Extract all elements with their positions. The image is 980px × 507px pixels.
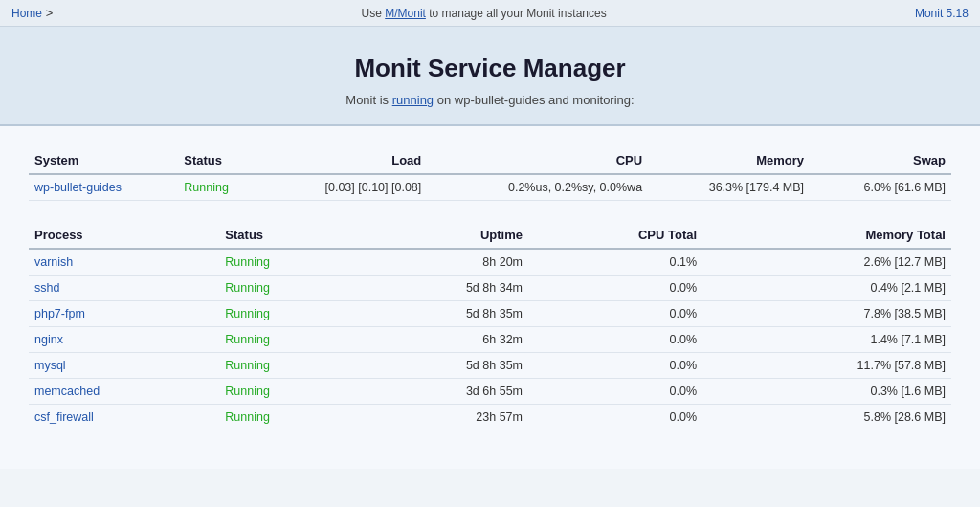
process-link[interactable]: php7-fpm — [34, 307, 85, 320]
process-memory: 11.7% [57.8 MB] — [702, 353, 951, 379]
version-link[interactable]: Monit 5.18 — [915, 7, 969, 20]
table-row: csf_firewall Running 23h 57m 0.0% 5.8% [… — [29, 405, 951, 430]
system-memory: 36.3% [179.4 MB] — [648, 174, 810, 201]
cpu-total-col-header: CPU Total — [528, 220, 702, 249]
system-status: Running — [178, 174, 263, 201]
process-name: memcached — [29, 379, 219, 405]
load-col-header: Load — [263, 145, 427, 174]
table-row: sshd Running 5d 8h 34m 0.0% 0.4% [2.1 MB… — [29, 276, 951, 301]
process-memory: 1.4% [7.1 MB] — [702, 327, 951, 353]
process-memory: 0.3% [1.6 MB] — [702, 379, 951, 405]
process-name: mysql — [29, 353, 219, 379]
process-status: Running — [219, 353, 359, 379]
process-uptime: 5d 8h 35m — [359, 353, 528, 379]
process-uptime: 8h 20m — [359, 249, 528, 276]
process-memory: 5.8% [28.6 MB] — [702, 405, 951, 430]
process-memory: 7.8% [38.5 MB] — [702, 301, 951, 327]
process-name: nginx — [29, 327, 219, 353]
process-status: Running — [219, 405, 359, 430]
process-status: Running — [219, 327, 359, 353]
top-navigation: Home > Use M/Monit to manage all your Mo… — [0, 0, 980, 27]
process-cpu: 0.0% — [528, 327, 702, 353]
center-message: Use M/Monit to manage all your Monit ins… — [362, 7, 607, 20]
home-link[interactable]: Home — [11, 7, 42, 20]
system-name: wp-bullet-guides — [29, 174, 178, 201]
process-link[interactable]: varnish — [34, 255, 73, 269]
table-row: mysql Running 5d 8h 35m 0.0% 11.7% [57.8… — [29, 353, 951, 379]
process-table: Process Status Uptime CPU Total Memory T… — [29, 220, 951, 430]
process-cpu: 0.0% — [528, 301, 702, 327]
process-link[interactable]: csf_firewall — [34, 410, 94, 424]
process-status: Running — [219, 379, 359, 405]
status-col-header: Status — [178, 145, 263, 174]
breadcrumb-separator: > — [46, 6, 54, 20]
process-status: Running — [219, 276, 359, 301]
process-cpu: 0.0% — [528, 405, 702, 430]
swap-col-header: Swap — [810, 145, 951, 174]
process-link[interactable]: sshd — [34, 281, 59, 295]
subtitle: Monit is running on wp-bullet-guides and… — [19, 93, 961, 107]
process-name: php7-fpm — [29, 301, 219, 327]
table-row: memcached Running 3d 6h 55m 0.0% 0.3% [1… — [29, 379, 951, 405]
process-name: csf_firewall — [29, 405, 219, 430]
table-row: wp-bullet-guides Running [0.03] [0.10] [… — [29, 174, 951, 201]
process-link[interactable]: nginx — [34, 333, 63, 346]
process-link[interactable]: mysql — [34, 359, 66, 372]
process-uptime: 3d 6h 55m — [359, 379, 528, 405]
process-status: Running — [219, 249, 359, 276]
cpu-col-header: CPU — [427, 145, 648, 174]
process-memory: 0.4% [2.1 MB] — [702, 276, 951, 301]
process-cpu: 0.1% — [528, 249, 702, 276]
table-row: nginx Running 6h 32m 0.0% 1.4% [7.1 MB] — [29, 327, 951, 353]
uptime-col-header: Uptime — [359, 220, 528, 249]
table-row: varnish Running 8h 20m 0.1% 2.6% [12.7 M… — [29, 249, 951, 276]
process-uptime: 23h 57m — [359, 405, 528, 430]
header-section: Monit Service Manager Monit is running o… — [0, 27, 980, 126]
system-table: System Status Load CPU Memory Swap wp-bu… — [29, 145, 951, 201]
process-cpu: 0.0% — [528, 353, 702, 379]
system-cpu: 0.2%us, 0.2%sy, 0.0%wa — [427, 174, 648, 201]
process-col-header: Process — [29, 220, 219, 249]
memory-total-col-header: Memory Total — [702, 220, 951, 249]
mmonit-link[interactable]: M/Monit — [385, 7, 426, 20]
process-link[interactable]: memcached — [34, 385, 100, 398]
process-status: Running — [219, 301, 359, 327]
breadcrumb: Home > — [11, 6, 53, 20]
system-load: [0.03] [0.10] [0.08] — [263, 174, 427, 201]
table-row: php7-fpm Running 5d 8h 35m 0.0% 7.8% [38… — [29, 301, 951, 327]
main-content: System Status Load CPU Memory Swap wp-bu… — [0, 126, 980, 469]
system-col-header: System — [29, 145, 178, 174]
page-title: Monit Service Manager — [19, 54, 961, 83]
process-memory: 2.6% [12.7 MB] — [702, 249, 951, 276]
process-uptime: 5d 8h 35m — [359, 301, 528, 327]
system-link[interactable]: wp-bullet-guides — [34, 181, 122, 194]
process-cpu: 0.0% — [528, 379, 702, 405]
process-uptime: 6h 32m — [359, 327, 528, 353]
running-status-link[interactable]: running — [392, 93, 434, 107]
process-uptime: 5d 8h 34m — [359, 276, 528, 301]
process-name: varnish — [29, 249, 219, 276]
system-swap: 6.0% [61.6 MB] — [810, 174, 951, 201]
proc-status-col-header: Status — [219, 220, 359, 249]
process-cpu: 0.0% — [528, 276, 702, 301]
memory-col-header: Memory — [648, 145, 810, 174]
process-name: sshd — [29, 276, 219, 301]
